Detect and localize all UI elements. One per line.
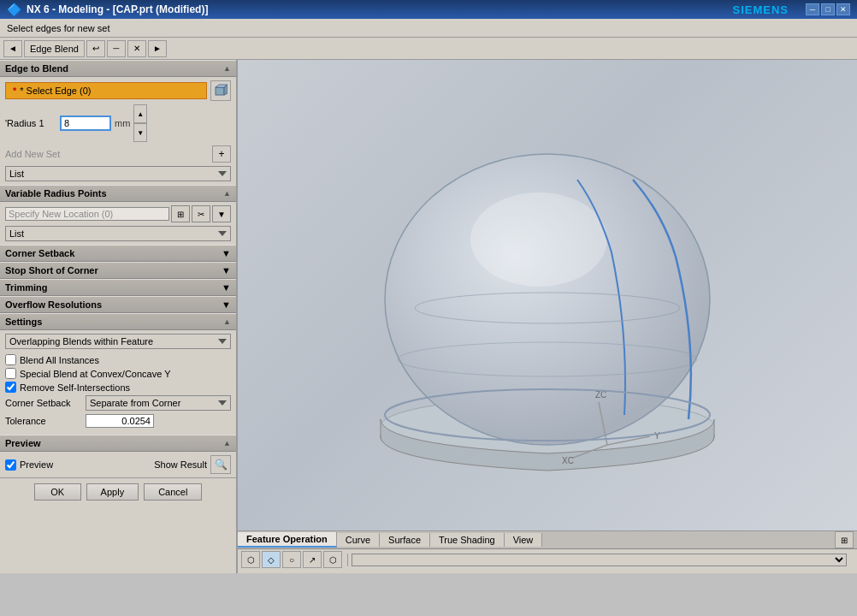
tool-btn-4[interactable]: ↗: [303, 551, 322, 568]
preview-header[interactable]: Preview ▲: [0, 435, 236, 452]
list-dropdown[interactable]: List: [5, 166, 231, 181]
bottom-toolbar: Feature Operation Curve Surface True Sha…: [238, 530, 857, 573]
toolbar-back[interactable]: ◄: [3, 40, 22, 57]
add-new-set-button[interactable]: +: [212, 145, 231, 163]
required-marker: *: [13, 86, 16, 96]
siemens-logo: SIEMENS: [732, 3, 789, 16]
variable-radius-content: ⊞ ✂ ▼ List: [0, 202, 236, 245]
corner-setback-settings-label: Corner Setback: [5, 398, 82, 408]
tab-true-shading[interactable]: True Shading: [430, 533, 505, 547]
cancel-button[interactable]: Cancel: [144, 483, 202, 500]
settings-header[interactable]: Settings ▲: [0, 313, 236, 330]
remove-self-row: Remove Self-Intersections: [5, 382, 231, 393]
blend-all-row: Blend All Instances: [5, 354, 231, 365]
stop-short-header[interactable]: Stop Short of Corner ▼: [0, 262, 236, 279]
cube-icon: [214, 84, 228, 98]
tool-dropdown[interactable]: [352, 554, 847, 566]
preview-checkbox[interactable]: [5, 459, 16, 471]
svg-rect-0: [216, 87, 224, 95]
toolbar-undo[interactable]: ↩: [86, 40, 105, 57]
close-button[interactable]: ✕: [836, 3, 850, 15]
toolbar-dash[interactable]: ─: [107, 40, 126, 57]
preview-chevron: ▲: [223, 439, 231, 447]
settings-title: Settings: [5, 317, 42, 327]
stop-short-chevron: ▼: [222, 265, 231, 275]
tab-feature-operation[interactable]: Feature Operation: [238, 532, 337, 548]
add-new-set-row: Add New Set +: [5, 145, 231, 163]
radius-spin-up[interactable]: ▲: [133, 104, 147, 123]
tool-btn-5[interactable]: ⬡: [323, 551, 342, 568]
preview-title: Preview: [5, 438, 41, 448]
preview-check-group: Preview: [5, 459, 53, 471]
svg-text:XC: XC: [562, 456, 574, 465]
specify-location-input[interactable]: [5, 207, 169, 221]
viewport[interactable]: Y ZC XC Feature Operation Curve: [238, 60, 857, 573]
variable-radius-list[interactable]: List: [5, 226, 231, 241]
tolerance-row: Tolerance: [5, 414, 231, 428]
dropdown-area: [347, 554, 850, 566]
toolbar-forward[interactable]: ►: [148, 40, 167, 57]
radius-row: 'Radius 1 mm ▲ ▼: [5, 104, 231, 142]
tool-icons-row: ⬡ ◇ ○ ↗ ⬡: [238, 549, 857, 570]
corner-setback-title: Corner Setback: [5, 248, 74, 258]
corner-setback-header[interactable]: Corner Setback ▼: [0, 245, 236, 262]
tab-curve[interactable]: Curve: [337, 533, 380, 547]
radius-spinner[interactable]: ▲ ▼: [133, 104, 147, 142]
bottom-buttons: OK Apply Cancel: [0, 477, 236, 506]
edge-to-blend-title: Edge to Blend: [5, 63, 68, 74]
restore-button[interactable]: □: [821, 3, 835, 15]
edge-to-blend-header[interactable]: Edge to Blend ▲: [0, 60, 236, 77]
corner-setback-settings-dropdown[interactable]: Separate from Corner At Corner: [86, 395, 231, 411]
apply-button[interactable]: Apply: [86, 483, 139, 500]
tool-btn-2[interactable]: ◇: [262, 551, 281, 568]
special-blend-row: Special Blend at Convex/Concave Y: [5, 368, 231, 379]
preview-row: Preview Show Result 🔍: [5, 455, 231, 474]
corner-setback-chevron: ▼: [222, 248, 231, 258]
overflow-header[interactable]: Overflow Resolutions ▼: [0, 296, 236, 313]
specify-icon-btn1[interactable]: ⊞: [171, 205, 190, 222]
special-blend-checkbox[interactable]: [5, 368, 16, 379]
special-blend-label: Special Blend at Convex/Concave Y: [20, 369, 171, 379]
select-edge-label: * Select Edge (0): [20, 86, 91, 96]
svg-text:Y: Y: [654, 431, 660, 441]
toolbar-edge-blend-label[interactable]: Edge Blend: [24, 40, 85, 57]
radius-unit: mm: [115, 118, 130, 128]
window-title: NX 6 - Modeling - [CAP.prt (Modified)]: [27, 3, 208, 15]
blend-all-label: Blend All Instances: [20, 355, 99, 365]
specify-icon-btn3[interactable]: ▼: [212, 205, 231, 222]
app-icon: 🔷: [7, 3, 21, 16]
radius-input[interactable]: [60, 116, 111, 131]
variable-radius-header[interactable]: Variable Radius Points ▲: [0, 185, 236, 202]
ok-button[interactable]: OK: [34, 483, 81, 500]
trimming-chevron: ▼: [222, 282, 231, 293]
specify-location-row: ⊞ ✂ ▼: [5, 205, 231, 222]
overlapping-row: Overlapping Blends within Feature None K…: [5, 334, 231, 349]
trimming-header[interactable]: Trimming ▼: [0, 279, 236, 296]
tab-view[interactable]: View: [505, 533, 543, 547]
select-edge-button[interactable]: * * Select Edge (0): [5, 82, 207, 99]
variable-radius-chevron: ▲: [223, 189, 231, 198]
show-result-button[interactable]: 🔍: [210, 455, 231, 474]
tab-dock-button[interactable]: ⊞: [835, 531, 854, 548]
preview-content: Preview Show Result 🔍: [0, 452, 236, 477]
trimming-title: Trimming: [5, 282, 48, 293]
status-bar: Select edges for new set: [0, 19, 857, 38]
tool-btn-1[interactable]: ⬡: [241, 551, 260, 568]
main-toolbar: ◄ Edge Blend ↩ ─ ✕ ►: [0, 38, 857, 60]
settings-content: Overlapping Blends within Feature None K…: [0, 330, 236, 435]
tab-surface[interactable]: Surface: [380, 533, 430, 547]
window-controls[interactable]: ─ □ ✕: [806, 3, 850, 15]
select-edge-row: * * Select Edge (0): [5, 80, 231, 101]
overlapping-dropdown[interactable]: Overlapping Blends within Feature None K…: [5, 334, 231, 349]
blend-all-checkbox[interactable]: [5, 354, 16, 365]
tolerance-input[interactable]: [86, 414, 154, 428]
minimize-button[interactable]: ─: [806, 3, 819, 15]
dome-3d-view: Y ZC XC: [359, 103, 736, 513]
toolbar-close[interactable]: ✕: [127, 40, 146, 57]
edge-icon-button[interactable]: [210, 80, 231, 101]
remove-self-label: Remove Self-Intersections: [20, 382, 130, 393]
specify-icon-btn2[interactable]: ✂: [192, 205, 210, 222]
tool-btn-3[interactable]: ○: [282, 551, 301, 568]
radius-spin-down[interactable]: ▼: [133, 123, 147, 142]
remove-self-checkbox[interactable]: [5, 382, 16, 393]
